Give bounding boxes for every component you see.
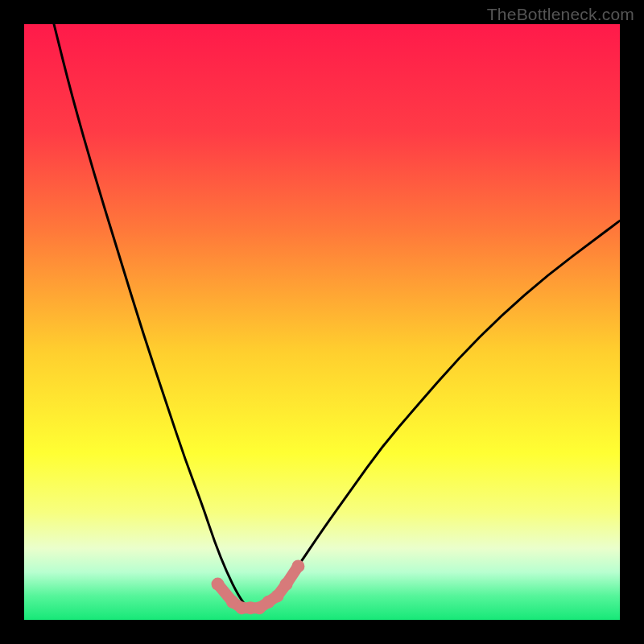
highlight-dot [280,578,293,591]
chart-svg [24,24,620,620]
chart-frame: TheBottleneck.com [0,0,644,644]
highlight-dot [271,589,284,602]
highlight-dot [291,559,304,572]
highlight-dot [212,578,225,591]
plot-area [24,24,620,620]
watermark-text: TheBottleneck.com [487,5,634,24]
bottleneck-curve [54,24,620,608]
